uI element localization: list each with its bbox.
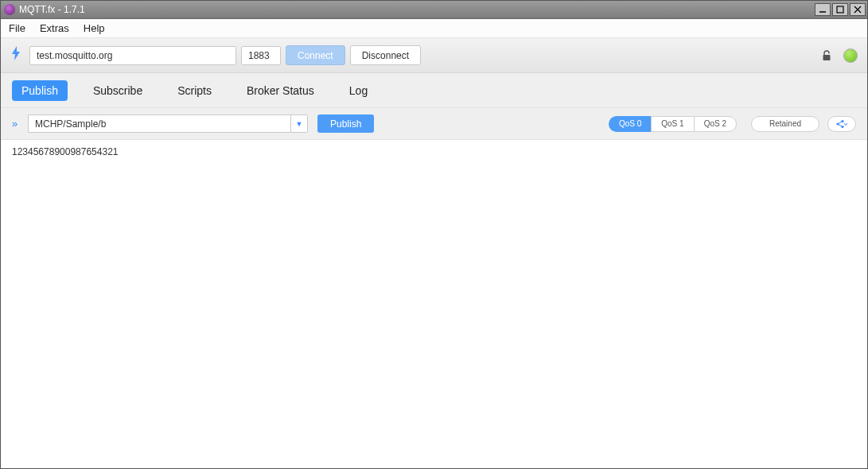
connection-status-indicator	[843, 48, 858, 63]
settings-dropdown-button[interactable]	[827, 116, 856, 132]
tab-log[interactable]: Log	[340, 80, 377, 101]
maximize-button[interactable]	[832, 3, 848, 16]
broker-host-input[interactable]	[29, 46, 236, 65]
qos-1-button[interactable]: QoS 1	[651, 116, 693, 132]
topic-dropdown-button[interactable]: ▼	[290, 114, 308, 133]
topic-combo: ▼	[28, 114, 308, 133]
svg-rect-4	[823, 55, 831, 60]
lock-icon[interactable]	[819, 48, 834, 63]
retained-toggle[interactable]: Retained	[751, 116, 819, 132]
svg-line-9	[838, 124, 843, 127]
tab-broker-status[interactable]: Broker Status	[237, 80, 324, 101]
tab-scripts[interactable]: Scripts	[168, 80, 221, 101]
menu-extras[interactable]: Extras	[40, 22, 69, 34]
svg-line-8	[838, 121, 843, 124]
payload-textarea[interactable]	[1, 140, 867, 468]
menu-bar: File Extras Help	[1, 19, 867, 38]
minimize-button[interactable]	[815, 3, 831, 16]
bolt-icon[interactable]	[10, 45, 21, 65]
disconnect-button[interactable]: Disconnect	[350, 45, 421, 65]
window-titlebar: MQTT.fx - 1.7.1	[1, 1, 867, 19]
menu-help[interactable]: Help	[84, 22, 105, 34]
connect-button[interactable]: Connect	[286, 45, 345, 65]
window-title: MQTT.fx - 1.7.1	[19, 4, 815, 15]
tab-publish[interactable]: Publish	[12, 80, 68, 101]
window-controls	[815, 3, 866, 16]
close-button[interactable]	[850, 3, 866, 16]
expand-icon[interactable]: »	[12, 118, 23, 130]
qos-0-button[interactable]: QoS 0	[609, 116, 651, 132]
publish-toolbar: » ▼ Publish QoS 0 QoS 1 QoS 2 Retained	[1, 108, 867, 140]
svg-rect-1	[837, 6, 843, 13]
app-icon	[4, 4, 15, 15]
topic-input[interactable]	[28, 114, 290, 133]
connection-bar: Connect Disconnect	[1, 38, 867, 73]
broker-port-input[interactable]	[241, 46, 281, 65]
tab-subscribe[interactable]: Subscribe	[84, 80, 152, 101]
publish-button[interactable]: Publish	[317, 114, 374, 133]
qos-selector: QoS 0 QoS 1 QoS 2	[609, 116, 737, 132]
qos-2-button[interactable]: QoS 2	[694, 116, 737, 132]
tab-bar: Publish Subscribe Scripts Broker Status …	[1, 73, 867, 108]
menu-file[interactable]: File	[9, 22, 25, 34]
